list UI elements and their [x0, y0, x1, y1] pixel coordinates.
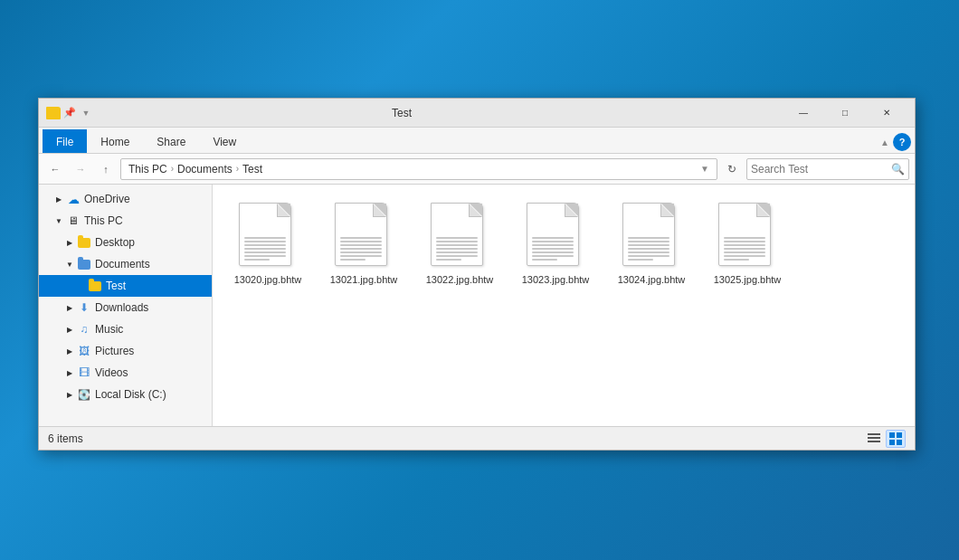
- tab-view[interactable]: View: [199, 129, 250, 153]
- this-pc-arrow: ▼: [53, 215, 64, 226]
- file-name-5: 13025.jpg.bhtw: [714, 273, 782, 286]
- downloads-arrow: ▶: [64, 302, 75, 313]
- file-name-3: 13023.jpg.bhtw: [522, 273, 590, 286]
- file-item[interactable]: 13021.jpg.bhtw: [323, 199, 404, 289]
- up-button[interactable]: ↑: [95, 158, 117, 180]
- path-this-pc[interactable]: This PC: [128, 163, 167, 176]
- sidebar-item-videos[interactable]: ▶ 🎞 Videos: [39, 362, 212, 384]
- sidebar-item-music[interactable]: ▶ ♫ Music: [39, 318, 212, 340]
- document-icon: [431, 203, 483, 266]
- sidebar-item-this-pc[interactable]: ▼ 🖥 This PC: [39, 210, 212, 232]
- sidebar-item-local-disk[interactable]: ▶ 💽 Local Disk (C:): [39, 384, 212, 405]
- nav-bar: ← → ↑ This PC › Documents › Test ▼ ↻ 🔍: [39, 154, 915, 185]
- address-dropdown-icon[interactable]: ▼: [700, 164, 709, 174]
- music-arrow: ▶: [64, 324, 75, 335]
- tab-home[interactable]: Home: [87, 129, 143, 153]
- help-button[interactable]: ?: [893, 133, 911, 151]
- onedrive-icon: ☁: [66, 192, 81, 206]
- file-grid: 13020.jpg.bhtw13021.jpg.bhtw13022.jpg.bh…: [227, 199, 900, 289]
- desktop-label: Desktop: [95, 236, 135, 249]
- search-input[interactable]: [751, 163, 891, 176]
- music-label: Music: [95, 323, 123, 336]
- svg-rect-1: [868, 437, 880, 439]
- desktop-arrow: ▶: [64, 237, 75, 248]
- file-item[interactable]: 13024.jpg.bhtw: [611, 199, 692, 289]
- this-pc-icon: 🖥: [66, 214, 81, 228]
- test-label: Test: [106, 280, 126, 292]
- music-icon: ♫: [77, 322, 91, 337]
- close-button[interactable]: ✕: [866, 99, 907, 128]
- test-icon: [88, 279, 102, 293]
- status-bar: 6 items: [39, 426, 915, 450]
- sidebar-item-downloads[interactable]: ▶ ⬇ Downloads: [39, 297, 212, 318]
- sidebar-item-desktop[interactable]: ▶ Desktop: [39, 232, 212, 253]
- videos-icon: 🎞: [77, 365, 91, 380]
- file-icon-3: [527, 203, 584, 268]
- file-item[interactable]: 13025.jpg.bhtw: [707, 199, 788, 289]
- tile-view-button[interactable]: [886, 430, 906, 448]
- svg-rect-5: [889, 440, 895, 445]
- view-toggle: [864, 430, 906, 448]
- videos-label: Videos: [95, 366, 128, 379]
- file-icon-2: [431, 203, 489, 268]
- window-controls: — □ ✕: [783, 99, 907, 128]
- file-view: 13020.jpg.bhtw13021.jpg.bhtw13022.jpg.bh…: [213, 185, 915, 426]
- minimize-button[interactable]: —: [783, 99, 824, 128]
- pictures-label: Pictures: [95, 345, 134, 357]
- file-item[interactable]: 13023.jpg.bhtw: [515, 199, 596, 289]
- onedrive-label: OneDrive: [84, 193, 130, 205]
- documents-arrow: ▼: [64, 259, 75, 270]
- window-title: Test: [21, 107, 783, 119]
- onedrive-arrow: ▶: [53, 194, 64, 204]
- maximize-button[interactable]: □: [824, 99, 866, 128]
- ribbon-tabs: File Home Share View ▲ ?: [39, 128, 915, 153]
- address-bar[interactable]: This PC › Documents › Test ▼: [120, 158, 717, 180]
- file-icon-0: [239, 203, 297, 268]
- file-name-4: 13024.jpg.bhtw: [618, 273, 686, 286]
- refresh-button[interactable]: ↻: [721, 158, 743, 180]
- file-name-0: 13020.jpg.bhtw: [234, 273, 302, 286]
- file-name-1: 13021.jpg.bhtw: [330, 273, 398, 286]
- path-test[interactable]: Test: [242, 163, 262, 176]
- pictures-arrow: ▶: [64, 346, 75, 356]
- document-icon: [718, 203, 771, 266]
- sidebar-item-pictures[interactable]: ▶ 🖼 Pictures: [39, 340, 212, 362]
- main-area: ▶ ☁ OneDrive ▼ 🖥 This PC ▶ Deskt: [39, 185, 915, 426]
- svg-rect-4: [897, 432, 902, 438]
- videos-arrow: ▶: [64, 367, 75, 378]
- file-item[interactable]: 13020.jpg.bhtw: [227, 199, 309, 289]
- file-explorer-window: 📌 ▼ Test — □ ✕ File Home Share View ▲ ? …: [38, 98, 916, 451]
- downloads-label: Downloads: [95, 301, 148, 314]
- documents-label: Documents: [95, 258, 150, 271]
- list-view-button[interactable]: [864, 430, 884, 448]
- sidebar-item-documents[interactable]: ▼ Documents: [39, 253, 212, 275]
- file-icon-5: [718, 203, 776, 268]
- document-icon: [622, 203, 675, 266]
- ribbon-collapse-btn[interactable]: ▲: [880, 138, 889, 147]
- breadcrumb: This PC › Documents › Test: [128, 163, 262, 176]
- sidebar-item-onedrive[interactable]: ▶ ☁ OneDrive: [39, 188, 212, 210]
- svg-rect-0: [868, 433, 880, 435]
- tab-share[interactable]: Share: [143, 129, 199, 153]
- sidebar-item-test[interactable]: Test: [39, 275, 212, 297]
- sidebar: ▶ ☁ OneDrive ▼ 🖥 This PC ▶ Deskt: [39, 185, 213, 426]
- search-bar[interactable]: 🔍: [746, 158, 909, 180]
- path-sep-1: ›: [171, 164, 174, 174]
- file-icon-1: [335, 203, 393, 268]
- back-button[interactable]: ←: [44, 158, 66, 180]
- forward-button[interactable]: →: [70, 158, 91, 180]
- file-icon-4: [622, 203, 680, 268]
- document-icon: [239, 203, 291, 266]
- local-disk-icon: 💽: [77, 387, 91, 402]
- document-icon: [335, 203, 387, 266]
- file-item[interactable]: 13022.jpg.bhtw: [419, 199, 500, 289]
- local-disk-label: Local Disk (C:): [95, 388, 166, 401]
- path-documents[interactable]: Documents: [177, 163, 233, 176]
- search-icon[interactable]: 🔍: [891, 163, 905, 176]
- desktop-icon: [77, 235, 91, 250]
- path-sep-2: ›: [236, 164, 239, 174]
- local-disk-arrow: ▶: [64, 389, 75, 400]
- svg-rect-3: [889, 432, 895, 438]
- this-pc-label: This PC: [84, 214, 123, 227]
- tab-file[interactable]: File: [43, 129, 87, 153]
